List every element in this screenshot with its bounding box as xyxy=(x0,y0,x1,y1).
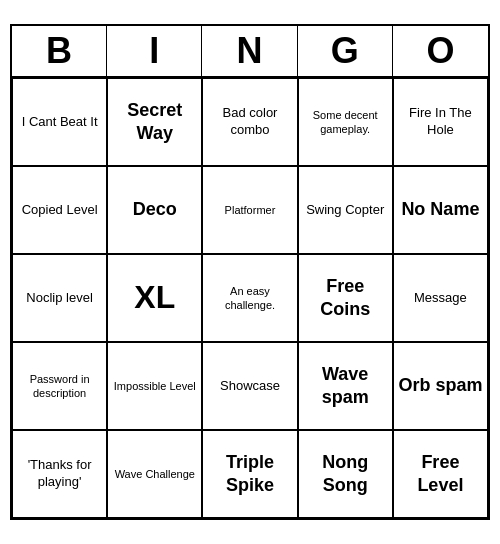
bingo-cell: An easy challenge. xyxy=(202,254,297,342)
bingo-cell: Nong Song xyxy=(298,430,393,518)
letter-o: O xyxy=(393,26,488,76)
bingo-cell: Deco xyxy=(107,166,202,254)
bingo-cell: Bad color combo xyxy=(202,78,297,166)
bingo-cell: Some decent gameplay. xyxy=(298,78,393,166)
bingo-cell: Password in description xyxy=(12,342,107,430)
bingo-cell: Showcase xyxy=(202,342,297,430)
bingo-cell: Free Level xyxy=(393,430,488,518)
bingo-card: B I N G O I Cant Beat ItSecret WayBad co… xyxy=(10,24,490,520)
bingo-cell: Fire In The Hole xyxy=(393,78,488,166)
bingo-cell: 'Thanks for playing' xyxy=(12,430,107,518)
bingo-cell: Swing Copter xyxy=(298,166,393,254)
bingo-cell: I Cant Beat It xyxy=(12,78,107,166)
bingo-cell: Message xyxy=(393,254,488,342)
bingo-cell: Secret Way xyxy=(107,78,202,166)
letter-b: B xyxy=(12,26,107,76)
letter-g: G xyxy=(298,26,393,76)
bingo-cell: XL xyxy=(107,254,202,342)
bingo-cell: Platformer xyxy=(202,166,297,254)
bingo-header: B I N G O xyxy=(12,26,488,78)
bingo-cell: Orb spam xyxy=(393,342,488,430)
bingo-grid: I Cant Beat ItSecret WayBad color comboS… xyxy=(12,78,488,518)
bingo-cell: Wave Challenge xyxy=(107,430,202,518)
bingo-cell: Triple Spike xyxy=(202,430,297,518)
bingo-cell: Free Coins xyxy=(298,254,393,342)
letter-n: N xyxy=(202,26,297,76)
bingo-cell: Noclip level xyxy=(12,254,107,342)
bingo-cell: Wave spam xyxy=(298,342,393,430)
bingo-cell: No Name xyxy=(393,166,488,254)
letter-i: I xyxy=(107,26,202,76)
bingo-cell: Impossible Level xyxy=(107,342,202,430)
bingo-cell: Copied Level xyxy=(12,166,107,254)
